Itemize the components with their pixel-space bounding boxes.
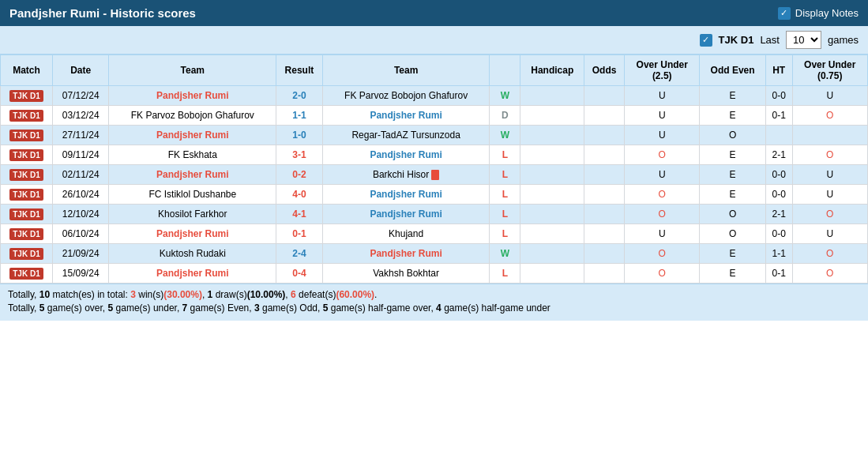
ht-cell: 0-1 — [765, 106, 792, 126]
league-cell: TJK D1 — [1, 224, 53, 244]
team1-name: Pandjsher Rumi — [156, 228, 228, 239]
result-cell: 4-0 — [276, 185, 323, 205]
team1-cell: Pandjsher Rumi — [109, 165, 276, 185]
team2-name: Regar-TadAZ Tursunzoda — [351, 130, 460, 141]
filter-games-label: games — [828, 34, 859, 46]
table-row: TJK D115/09/24Pandjsher Rumi0-4Vakhsh Bo… — [1, 264, 868, 284]
odds-cell — [584, 185, 625, 205]
result-score: 2-4 — [292, 248, 306, 259]
date-cell: 09/11/24 — [52, 145, 108, 165]
over-under-value: O — [659, 189, 666, 200]
ou075-value: O — [826, 248, 833, 259]
filter-last-label: Last — [760, 34, 780, 46]
team2-cell: Pandjsher Rumi — [322, 205, 490, 224]
team1-name: Pandjsher Rumi — [156, 169, 228, 180]
outcome-badge: L — [498, 148, 512, 161]
team1-cell: Pandjsher Rumi — [109, 264, 276, 284]
ou075-cell: O — [792, 264, 867, 284]
result-score: 0-4 — [292, 268, 306, 279]
team2-name: Pandjsher Rumi — [370, 208, 442, 220]
odds-cell — [584, 165, 625, 185]
odd-even-cell: E — [700, 244, 765, 264]
result-cell: 0-4 — [276, 264, 323, 284]
ou075-cell: O — [792, 106, 867, 126]
ht-cell — [765, 126, 792, 145]
team1-cell: Pandjsher Rumi — [109, 126, 276, 145]
odd-even-cell: O — [700, 205, 765, 224]
handicap-cell — [520, 145, 584, 165]
team2-name: Pandjsher Rumi — [370, 189, 442, 200]
filter-games-select[interactable]: 10 5 15 20 All — [786, 31, 821, 49]
league-cell: TJK D1 — [1, 145, 53, 165]
ou075-cell — [792, 126, 867, 145]
league-badge: TJK D1 — [9, 208, 43, 220]
ou075-cell: U — [792, 224, 867, 244]
result-cell: 2-4 — [276, 244, 323, 264]
odds-cell — [584, 145, 625, 165]
display-notes-container: ✓ Display Notes — [778, 7, 859, 20]
result-cell: 0-2 — [276, 165, 323, 185]
team2-cell: FK Parvoz Bobojon Ghafurov — [322, 86, 490, 106]
date-cell: 21/09/24 — [52, 244, 108, 264]
team2-cell: Khujand — [322, 224, 490, 244]
outcome-badge: L — [498, 168, 512, 181]
result-cell: 3-1 — [276, 145, 323, 165]
league-badge: TJK D1 — [9, 228, 43, 240]
handicap-cell — [520, 106, 584, 126]
date-cell: 27/11/24 — [52, 126, 108, 145]
filter-checkbox[interactable]: ✓ — [700, 34, 712, 47]
outcome-badge: D — [498, 109, 513, 122]
result-score: 1-0 — [292, 130, 306, 141]
ht-cell: 0-0 — [765, 86, 792, 106]
odd-even-cell: E — [700, 165, 765, 185]
outcome-badge: W — [497, 129, 513, 141]
ou075-cell: O — [792, 244, 867, 264]
over-under-value: U — [659, 110, 666, 121]
table-row: TJK D121/09/24Kuktosh Rudaki2-4Pandjsher… — [1, 244, 868, 264]
outcome-badge: L — [498, 227, 512, 240]
league-cell: TJK D1 — [1, 244, 53, 264]
result-score: 0-2 — [292, 169, 306, 180]
handicap-cell — [520, 205, 584, 224]
table-row: TJK D112/10/24Khosilot Farkhor4-1Pandjsh… — [1, 205, 868, 224]
outcome-badge: L — [498, 267, 512, 280]
team1-cell: FK Eskhata — [109, 145, 276, 165]
col-match: Match — [1, 55, 53, 86]
col-handicap: Handicap — [520, 55, 584, 86]
display-notes-checkbox[interactable]: ✓ — [778, 7, 791, 20]
team1-name: Pandjsher Rumi — [156, 90, 228, 101]
display-notes-label: Display Notes — [795, 7, 859, 19]
outcome-badge: L — [498, 208, 512, 220]
league-cell: TJK D1 — [1, 106, 53, 126]
league-cell: TJK D1 — [1, 264, 53, 284]
league-badge: TJK D1 — [9, 189, 43, 201]
handicap-cell — [520, 126, 584, 145]
ou075-cell: O — [792, 205, 867, 224]
team2-cell: Regar-TadAZ Tursunzoda — [322, 126, 490, 145]
odds-cell — [584, 224, 625, 244]
over-under-cell: U — [625, 126, 700, 145]
red-card-icon — [431, 170, 439, 180]
table-row: TJK D106/10/24Pandjsher Rumi0-1KhujandLU… — [1, 224, 868, 244]
outcome-cell: L — [490, 165, 520, 185]
col-team1: Team — [109, 55, 276, 86]
odds-cell — [584, 244, 625, 264]
ou075-value: O — [826, 110, 833, 121]
odd-even-value: O — [729, 208, 736, 220]
team2-cell: Pandjsher Rumi — [322, 106, 490, 126]
outcome-badge: L — [498, 188, 512, 201]
over-under-cell: U — [625, 106, 700, 126]
ou075-value: U — [826, 169, 833, 180]
league-badge: TJK D1 — [9, 149, 43, 161]
league-badge: TJK D1 — [9, 268, 43, 280]
odd-even-value: O — [729, 130, 736, 141]
team2-name: Pandjsher Rumi — [370, 248, 442, 259]
team1-name: Pandjsher Rumi — [156, 268, 228, 279]
league-badge: TJK D1 — [9, 248, 43, 260]
league-badge: TJK D1 — [9, 130, 43, 141]
table-row: TJK D102/11/24Pandjsher Rumi0-2Barkchi H… — [1, 165, 868, 185]
over-under-cell: O — [625, 185, 700, 205]
result-score: 4-0 — [292, 189, 306, 200]
outcome-cell: L — [490, 185, 520, 205]
team1-cell: Khosilot Farkhor — [109, 205, 276, 224]
